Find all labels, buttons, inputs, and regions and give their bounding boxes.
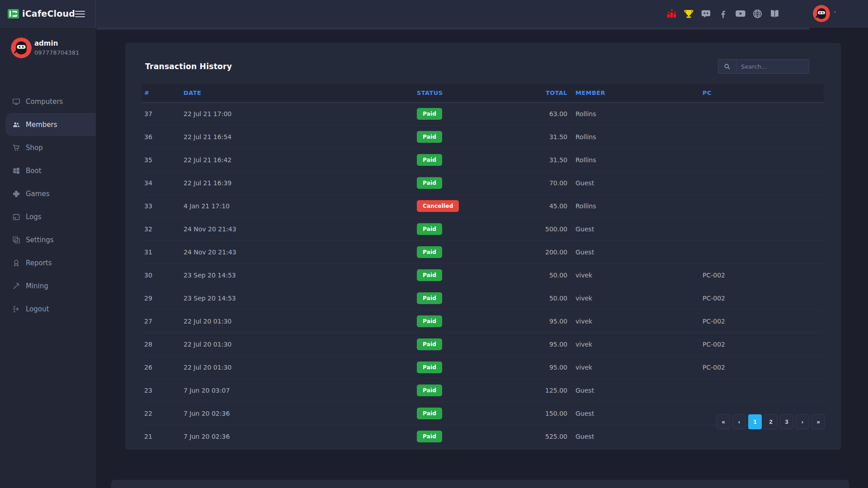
col-header-status[interactable]: STATUS: [414, 84, 511, 103]
status-badge: Cancelled: [417, 200, 459, 212]
table-row[interactable]: 3124 Nov 20 21:43Paid200.00Guest: [142, 241, 824, 264]
pagination-page-2-button[interactable]: 2: [764, 414, 778, 429]
menu-toggle-button[interactable]: [75, 9, 86, 18]
shop-icon: [12, 144, 20, 152]
sidebar-item-logs[interactable]: Logs: [0, 205, 96, 228]
cell-id: 26: [142, 356, 181, 379]
sidebar-item-settings[interactable]: Settings: [0, 228, 96, 251]
facebook-icon[interactable]: [718, 8, 729, 19]
table-row[interactable]: 237 Jun 20 03:07Paid125.00Guest: [142, 379, 824, 402]
cell-total: 95.00: [511, 310, 570, 333]
logs-icon: [12, 213, 20, 221]
pagination-prev-button[interactable]: ‹: [732, 414, 746, 429]
settings-icon: [12, 236, 20, 244]
table-row[interactable]: 334 Jan 21 17:10Cancelled45.00Rollins: [142, 195, 824, 218]
table-row[interactable]: 2822 Jul 20 01:30Paid95.00vivekPC-002: [142, 333, 824, 356]
cell-total: 45.00: [511, 195, 570, 218]
sidebar-item-games[interactable]: Games: [0, 182, 96, 205]
cell-total: 50.00: [511, 264, 570, 287]
cell-status: Paid: [414, 103, 511, 126]
pagination-first-button[interactable]: «: [717, 414, 730, 429]
cell-total: 70.00: [511, 172, 570, 195]
cell-pc: [700, 218, 824, 241]
col-header-pc[interactable]: PC: [700, 84, 824, 103]
cell-id: 36: [142, 126, 181, 149]
cell-date: 23 Sep 20 14:53: [181, 287, 414, 310]
table-row[interactable]: 2923 Sep 20 14:53Paid50.00vivekPC-002: [142, 287, 824, 310]
topbar: iCafeCloud ★★★ ˅: [0, 0, 868, 28]
cell-date: 7 Jun 20 02:36: [181, 425, 414, 448]
cell-date: 22 Jul 21 17:00: [181, 103, 414, 126]
table-row[interactable]: 2622 Jul 20 01:30Paid95.00vivekPC-002: [142, 356, 824, 379]
table-row[interactable]: 3722 Jul 21 17:00Paid63.00Rollins: [142, 103, 824, 126]
cell-pc: [700, 149, 824, 172]
horizontal-scrollbar[interactable]: [97, 28, 809, 30]
cell-status: Paid: [414, 402, 511, 425]
cell-total: 125.00: [511, 379, 570, 402]
svg-text:★: ★: [667, 10, 670, 14]
search-icon[interactable]: [718, 60, 736, 73]
page-title: Transaction History: [145, 62, 232, 71]
computers-icon: [12, 98, 20, 106]
col-header-total[interactable]: TOTAL: [511, 84, 570, 103]
discord-icon[interactable]: [701, 8, 712, 19]
cell-id: 29: [142, 287, 181, 310]
sidebar-item-label: Computers: [26, 98, 63, 106]
cell-pc: [700, 103, 824, 126]
cell-total: 95.00: [511, 333, 570, 356]
cell-date: 24 Nov 20 21:43: [181, 241, 414, 264]
col-header-id[interactable]: #: [142, 84, 181, 103]
cell-status: Paid: [414, 218, 511, 241]
cell-member: vivek: [570, 333, 700, 356]
youtube-icon[interactable]: [735, 8, 746, 19]
sidebar-item-boot[interactable]: Boot: [0, 159, 96, 182]
trophy-icon[interactable]: [684, 8, 694, 19]
pagination-page-3-button[interactable]: 3: [780, 414, 793, 429]
pagination-last-button[interactable]: »: [811, 414, 825, 429]
transactions-table-wrap: # DATE STATUS TOTAL MEMBER PC 3722 Jul 2…: [142, 84, 824, 448]
cell-status: Paid: [414, 356, 511, 379]
cell-total: 150.00: [511, 402, 570, 425]
sidebar-item-members[interactable]: Members: [5, 113, 96, 136]
cell-member: Guest: [570, 425, 700, 448]
user-menu[interactable]: ˅: [813, 5, 837, 22]
svg-text:★: ★: [670, 9, 673, 12]
status-badge: Paid: [417, 154, 442, 166]
table-row[interactable]: 3023 Sep 20 14:53Paid50.00vivekPC-002: [142, 264, 824, 287]
cell-status: Cancelled: [414, 195, 511, 218]
sidebar-item-logout[interactable]: Logout: [0, 297, 96, 320]
col-header-date[interactable]: DATE: [181, 84, 414, 103]
sidebar-item-reports[interactable]: Reports: [0, 251, 96, 274]
cell-pc: [700, 126, 824, 149]
search-input[interactable]: [736, 60, 809, 73]
sidebar-item-shop[interactable]: Shop: [0, 136, 96, 159]
cell-id: 30: [142, 264, 181, 287]
table-row[interactable]: 2722 Jul 20 01:30Paid95.00vivekPC-002: [142, 310, 824, 333]
cell-id: 32: [142, 218, 181, 241]
cell-pc: [700, 241, 824, 264]
cell-id: 27: [142, 310, 181, 333]
boot-icon: [12, 167, 20, 175]
globe-icon[interactable]: [752, 8, 763, 19]
cell-total: 31.50: [511, 126, 570, 149]
table-row[interactable]: 3224 Nov 20 21:43Paid500.00Guest: [142, 218, 824, 241]
svg-text:★: ★: [674, 10, 676, 13]
cell-pc: [700, 379, 824, 402]
col-header-member[interactable]: MEMBER: [570, 84, 700, 103]
guide-icon[interactable]: [769, 8, 780, 19]
table-row[interactable]: 3622 Jul 21 16:54Paid31.50Rollins: [142, 126, 824, 149]
cell-status: Paid: [414, 126, 511, 149]
cell-pc: [700, 172, 824, 195]
table-row[interactable]: 3522 Jul 21 16:42Paid31.50Rollins: [142, 149, 824, 172]
pagination-next-button[interactable]: ›: [796, 414, 809, 429]
sidebar-item-label: Reports: [26, 259, 52, 267]
sidebar-item-mining[interactable]: Mining: [0, 274, 96, 297]
cell-status: Paid: [414, 264, 511, 287]
table-row[interactable]: 3422 Jul 21 16:39Paid70.00Guest: [142, 172, 824, 195]
mining-icon: [12, 282, 20, 290]
cell-member: Rollins: [570, 126, 700, 149]
pagination-page-1-button[interactable]: 1: [748, 414, 762, 429]
sidebar-item-computers[interactable]: Computers: [0, 90, 96, 113]
sidebar-item-label: Settings: [26, 236, 54, 244]
leaderboard-icon[interactable]: ★★★: [666, 8, 677, 19]
